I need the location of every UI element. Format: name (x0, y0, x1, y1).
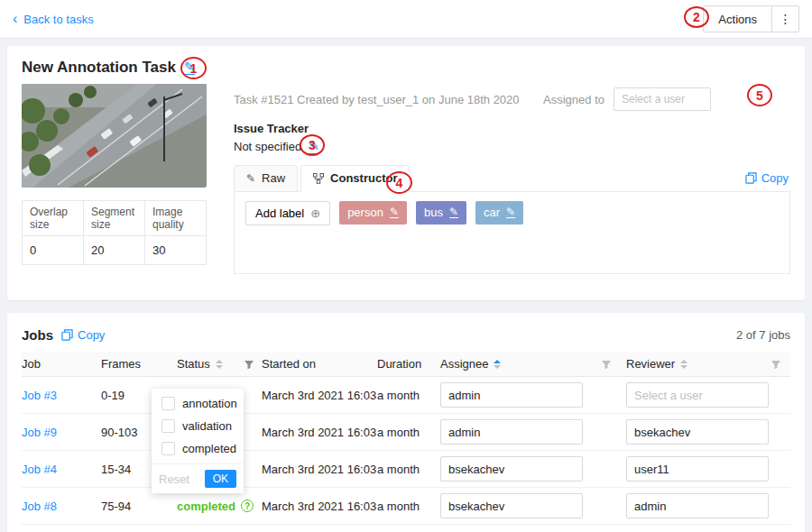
labels-constructor-panel: Add label ⊕ person ✎ bus ✎ car ✎ (234, 191, 790, 274)
status-filter-dropdown: annotation validation completed Reset OK (152, 389, 244, 493)
job-duration: a month (377, 500, 440, 513)
filter-option-label: validation (182, 419, 232, 433)
job-started: March 3rd 2021 16:03 (262, 463, 377, 476)
edit-issue-tracker-icon[interactable]: ✎ (309, 140, 319, 154)
param-header-quality: Image quality (145, 201, 207, 236)
jobs-title: Jobs (22, 327, 53, 343)
pencil-icon: ✎ (246, 172, 255, 185)
param-value-overlap: 0 (23, 236, 84, 265)
param-header-segment: Segment size (84, 201, 145, 236)
job-duration: a month (377, 389, 440, 402)
jobs-count: 2 of 7 jobs (736, 328, 790, 342)
job-row: Job #8 75-94 completed ? March 3rd 2021 … (22, 488, 790, 525)
column-assignee-label: Assignee (440, 357, 488, 371)
assignee-input[interactable] (440, 456, 583, 482)
checkbox[interactable] (161, 397, 175, 410)
back-chevron-icon: ‹ (13, 12, 17, 26)
job-frames: 75-94 (101, 500, 177, 513)
status-sorter-icon[interactable] (216, 360, 223, 369)
edit-task-name-icon[interactable]: ✎ (184, 60, 195, 75)
copy-jobs-link[interactable]: Copy (61, 328, 105, 342)
job-row: Job #9 90-103 March 3rd 2021 16:03 a mon… (22, 414, 790, 451)
tab-raw[interactable]: ✎ Raw (234, 165, 298, 192)
column-frames-label: Frames (101, 357, 141, 371)
filter-ok-button[interactable]: OK (205, 470, 236, 488)
job-link[interactable]: Job #4 (22, 463, 57, 476)
top-navigation-bar: ‹ Back to tasks Actions ⋮ (0, 0, 812, 39)
labels-editor: ✎ Raw Constructor (234, 165, 790, 274)
edit-label-icon[interactable]: ✎ (390, 206, 399, 219)
label-chip-car-name: car (484, 206, 500, 219)
more-menu-icon[interactable]: ⋮ (771, 6, 798, 32)
add-label-text: Add label (255, 206, 304, 220)
copy-icon (61, 329, 73, 341)
filter-option-completed[interactable]: completed (152, 437, 244, 460)
checkbox[interactable] (161, 442, 175, 455)
reviewer-input[interactable] (626, 456, 769, 482)
assignee-input[interactable] (440, 419, 583, 445)
column-job-label: Job (22, 357, 41, 371)
assignee-sorter-icon[interactable] (494, 360, 501, 369)
edit-label-icon[interactable]: ✎ (506, 206, 515, 219)
issue-tracker-label: Issue Tracker (234, 122, 790, 135)
column-started-label: Started on (262, 357, 316, 371)
filter-reset-button[interactable]: Reset (159, 472, 189, 486)
reviewer-filter-icon[interactable] (770, 359, 781, 370)
back-to-tasks-label: Back to tasks (23, 13, 93, 26)
tab-constructor[interactable]: Constructor (300, 165, 410, 192)
filter-option-annotation[interactable]: annotation (152, 392, 244, 415)
param-value-quality: 30 (145, 236, 207, 265)
job-link[interactable]: Job #9 (22, 426, 57, 439)
filter-option-validation[interactable]: validation (152, 415, 244, 437)
job-started: March 3rd 2021 16:03 (262, 426, 377, 439)
job-started: March 3rd 2021 16:03 (262, 500, 377, 513)
tab-constructor-label: Constructor (330, 171, 397, 185)
jobs-card: Jobs Copy 2 of 7 jobs Job Frames Status … (7, 313, 805, 532)
actions-button-label[interactable]: Actions (704, 6, 771, 32)
question-circle-icon: ? (241, 500, 254, 512)
issue-tracker-value: Not specified (234, 140, 301, 153)
job-row: Job #4 15-34 March 3rd 2021 16:03 a mont… (22, 451, 790, 488)
param-header-overlap: Overlap size (23, 201, 84, 236)
job-link[interactable]: Job #3 (22, 389, 57, 402)
task-parameters-table: Overlap size Segment size Image quality … (22, 200, 207, 265)
reviewer-input[interactable] (626, 419, 769, 445)
reviewer-input[interactable] (626, 493, 769, 518)
task-preview-image (22, 84, 207, 188)
assignee-input[interactable] (440, 382, 583, 408)
edit-label-icon[interactable]: ✎ (449, 206, 458, 219)
label-chip-bus-name: bus (424, 206, 443, 219)
checkbox[interactable] (161, 419, 175, 433)
copy-labels-link[interactable]: Copy (745, 171, 789, 185)
task-title: New Annotation Task (22, 59, 176, 77)
add-label-button[interactable]: Add label ⊕ (245, 201, 330, 225)
label-chip-person[interactable]: person ✎ (339, 201, 407, 225)
task-meta-text: Task #1521 Created by test_user_1 on Jun… (234, 93, 520, 106)
column-status-label: Status (177, 357, 210, 371)
assignee-filter-icon[interactable] (601, 359, 612, 370)
assignee-input[interactable] (440, 493, 583, 518)
copy-labels-label: Copy (761, 171, 789, 185)
assigned-to-label: Assigned to (543, 93, 604, 106)
filter-option-label: annotation (182, 397, 237, 410)
label-chip-bus[interactable]: bus ✎ (416, 201, 466, 225)
block-icon (313, 173, 324, 184)
back-to-tasks-link[interactable]: ‹ Back to tasks (13, 12, 94, 26)
job-started: March 3rd 2021 16:03 (262, 389, 377, 402)
label-chip-car[interactable]: car ✎ (475, 201, 523, 225)
actions-dropdown-button[interactable]: Actions ⋮ (703, 5, 799, 32)
status-filter-icon[interactable] (244, 359, 254, 370)
jobs-table-header: Job Frames Status Started on Duration As… (22, 352, 790, 377)
tab-raw-label: Raw (262, 171, 285, 185)
job-link[interactable]: Job #8 (22, 500, 57, 513)
copy-jobs-label: Copy (78, 328, 105, 342)
column-duration-label: Duration (377, 357, 421, 371)
param-value-segment: 20 (84, 236, 145, 265)
reviewer-sorter-icon[interactable] (680, 360, 687, 369)
plus-circle-icon: ⊕ (310, 206, 320, 220)
job-status: completed (177, 500, 235, 513)
task-assignee-select[interactable] (614, 87, 711, 111)
job-duration: a month (377, 463, 440, 476)
reviewer-input[interactable] (626, 382, 769, 408)
label-chip-person-name: person (347, 206, 383, 219)
